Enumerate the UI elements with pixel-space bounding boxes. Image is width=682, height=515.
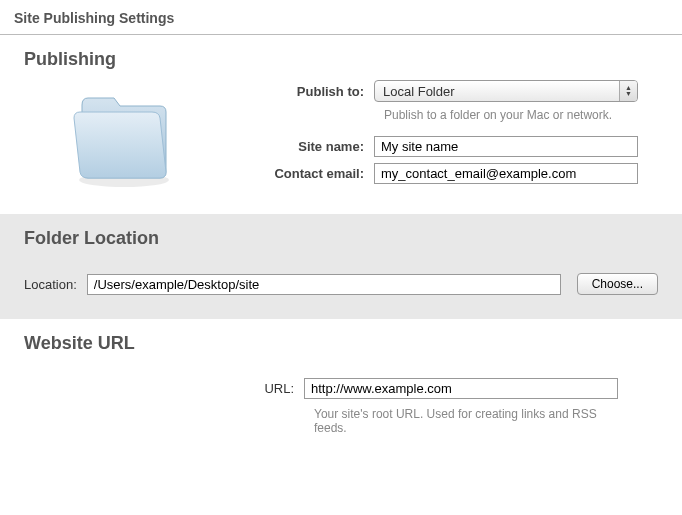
publish-to-select[interactable]: Local Folder ▲▼ [374, 80, 638, 102]
chevron-up-down-icon: ▲▼ [619, 81, 637, 101]
publish-hint: Publish to a folder on your Mac or netwo… [384, 108, 638, 122]
choose-button[interactable]: Choose... [577, 273, 658, 295]
site-name-label: Site name: [224, 139, 374, 154]
publish-to-value: Local Folder [374, 80, 638, 102]
publishing-section: Publishing P [0, 35, 682, 214]
folder-icon [24, 80, 224, 190]
website-url-section: Website URL URL: Your site's root URL. U… [0, 319, 682, 459]
folder-location-section: Folder Location Location: Choose... [0, 214, 682, 319]
location-label: Location: [24, 277, 87, 292]
contact-email-label: Contact email: [224, 166, 374, 181]
publish-to-label: Publish to: [224, 84, 374, 99]
contact-email-input[interactable] [374, 163, 638, 184]
folder-location-heading: Folder Location [24, 228, 658, 249]
page-title: Site Publishing Settings [0, 0, 682, 35]
publishing-heading: Publishing [24, 49, 658, 70]
location-input[interactable] [87, 274, 561, 295]
url-hint: Your site's root URL. Used for creating … [314, 407, 618, 435]
url-label: URL: [224, 381, 304, 396]
website-url-heading: Website URL [24, 333, 658, 354]
url-input[interactable] [304, 378, 618, 399]
site-name-input[interactable] [374, 136, 638, 157]
